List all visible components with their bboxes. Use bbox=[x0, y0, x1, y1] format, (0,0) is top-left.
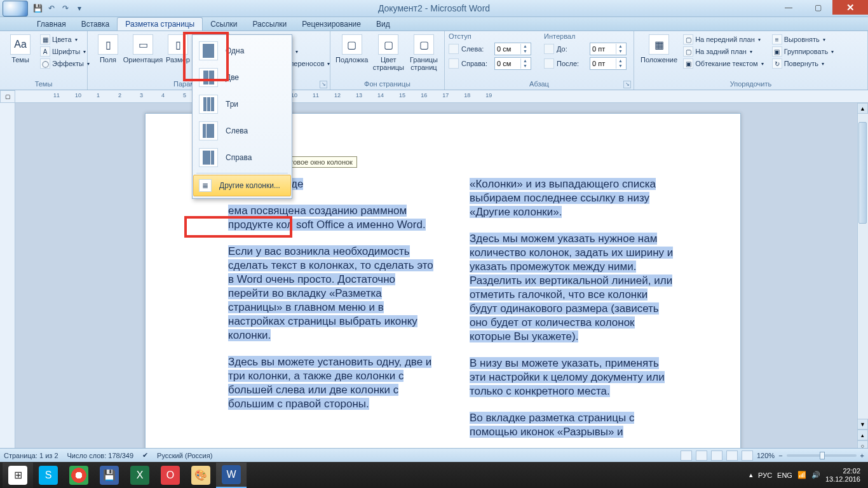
tray-volume-icon[interactable]: 🔊 bbox=[811, 471, 820, 479]
indent-right-icon bbox=[449, 58, 459, 69]
view-draft[interactable] bbox=[742, 451, 753, 461]
tab-home[interactable]: Главная bbox=[29, 18, 74, 30]
close-button[interactable]: ✕ bbox=[832, 0, 868, 15]
minimize-button[interactable]: — bbox=[774, 0, 803, 15]
ruler-corner[interactable]: ▢ bbox=[0, 90, 15, 103]
palette-icon: ▦ bbox=[40, 34, 50, 44]
margins-button[interactable]: ▯Поля bbox=[92, 32, 125, 77]
zoom-out-button[interactable]: − bbox=[778, 452, 782, 459]
scroll-down-button[interactable]: ▼ bbox=[857, 419, 868, 430]
status-bar: Страница: 1 из 2 Число слов: 178/349 ✔ Р… bbox=[0, 448, 868, 462]
view-outline[interactable] bbox=[726, 451, 738, 461]
paragraph-launcher[interactable]: ↘ bbox=[623, 81, 631, 88]
rotate-button[interactable]: ↻Повернуть▾ bbox=[771, 58, 836, 69]
taskbar-opera[interactable]: O bbox=[155, 463, 186, 488]
page-color-button[interactable]: ▢Цвет страницы bbox=[371, 32, 405, 77]
zoom-value[interactable]: 120% bbox=[757, 452, 775, 459]
taskbar-word[interactable]: W bbox=[216, 463, 247, 488]
columns-two[interactable]: Две bbox=[194, 64, 290, 91]
tab-references[interactable]: Ссылки bbox=[203, 18, 245, 30]
orientation-button[interactable]: ▭Ориентация bbox=[126, 32, 159, 77]
horizontal-ruler[interactable]: 111012345678910111213141516171819 bbox=[15, 90, 868, 103]
bring-front-icon: ▢ bbox=[683, 34, 693, 44]
tray-keyboard[interactable]: ENG bbox=[777, 471, 792, 479]
tray-clock[interactable]: 22:02 13.12.2016 bbox=[825, 467, 860, 484]
align-button[interactable]: ≡Выровнять▾ bbox=[771, 34, 836, 45]
group-arrange: ▦Положение ▢На передний план▾ ▢На задний… bbox=[634, 31, 868, 90]
status-language[interactable]: Русский (Россия) bbox=[157, 452, 212, 459]
three-columns-icon bbox=[199, 95, 218, 114]
undo-icon[interactable]: ↶ bbox=[46, 3, 57, 14]
document-column-1: олбцы в Ворде ема посвящена созданию рам… bbox=[228, 177, 435, 452]
spacing-after-input[interactable]: ▲▼ bbox=[590, 57, 627, 70]
tab-review[interactable]: Рецензирование bbox=[294, 18, 369, 30]
theme-effects-button[interactable]: ◯Эффекты▾ bbox=[39, 58, 91, 69]
status-page[interactable]: Страница: 1 из 2 bbox=[4, 452, 58, 459]
maximize-button[interactable]: ▢ bbox=[803, 0, 832, 15]
taskbar-chrome[interactable]: ● bbox=[64, 463, 94, 488]
spacing-before-input[interactable]: ▲▼ bbox=[590, 43, 627, 55]
themes-button[interactable]: Aa Темы bbox=[4, 32, 37, 77]
send-back-button[interactable]: ▢На задний план▾ bbox=[682, 46, 765, 57]
page-setup-launcher[interactable]: ↘ bbox=[320, 81, 327, 88]
titlebar: 💾 ↶ ↷ ▾ Документ2 - Microsoft Word — ▢ ✕ bbox=[0, 0, 868, 17]
bring-front-button[interactable]: ▢На передний план▾ bbox=[682, 34, 765, 45]
tab-mailings[interactable]: Рассылки bbox=[245, 18, 294, 30]
ribbon-tabs: Главная Вставка Разметка страницы Ссылки… bbox=[0, 17, 868, 31]
columns-more[interactable]: ≣Другие колонки... bbox=[193, 175, 291, 196]
zoom-thumb[interactable] bbox=[820, 452, 825, 459]
theme-fonts-button[interactable]: AШрифты▾ bbox=[39, 46, 91, 57]
taskbar-paint[interactable]: 🎨 bbox=[186, 463, 216, 488]
scroll-up-button[interactable]: ▲ bbox=[857, 103, 868, 114]
watermark-button[interactable]: ▢Подложка bbox=[334, 32, 369, 77]
view-full-screen[interactable] bbox=[696, 451, 707, 461]
indent-left-icon bbox=[449, 44, 459, 54]
indent-right-input[interactable]: ▲▼ bbox=[494, 57, 531, 70]
qat-more-icon[interactable]: ▾ bbox=[74, 3, 85, 14]
office-button[interactable] bbox=[3, 1, 28, 17]
zoom-in-button[interactable]: + bbox=[860, 452, 864, 459]
wrap-text-button[interactable]: ▣Обтекание текстом▾ bbox=[682, 58, 765, 69]
theme-colors-button[interactable]: ▦Цвета▾ bbox=[39, 34, 91, 45]
indent-right-row: Справа:▲▼ bbox=[449, 57, 531, 71]
save-icon[interactable]: 💾 bbox=[32, 3, 43, 14]
scroll-thumb[interactable] bbox=[858, 122, 867, 224]
tab-page-layout[interactable]: Разметка страницы bbox=[117, 17, 203, 30]
redo-icon[interactable]: ↷ bbox=[60, 3, 71, 14]
columns-three[interactable]: Три bbox=[194, 91, 290, 118]
tab-insert[interactable]: Вставка bbox=[74, 18, 118, 30]
columns-right[interactable]: Справа bbox=[194, 144, 290, 171]
group-paragraph: Отступ Слева:▲▼ Справа:▲▼ Интервал До:▲▼… bbox=[445, 31, 634, 90]
start-button[interactable]: ⊞ bbox=[3, 463, 33, 488]
taskbar-skype[interactable]: S bbox=[33, 463, 64, 488]
prev-page-button[interactable]: ▴ bbox=[857, 430, 868, 440]
themes-label: Темы bbox=[11, 56, 29, 64]
window-controls: — ▢ ✕ bbox=[774, 0, 868, 15]
group-obj-button[interactable]: ▣Группировать▾ bbox=[771, 46, 836, 57]
tray-lang[interactable]: РУС bbox=[758, 471, 772, 479]
view-print-layout[interactable] bbox=[681, 451, 692, 461]
taskbar-save[interactable]: 💾 bbox=[94, 463, 125, 488]
indent-left-input[interactable]: ▲▼ bbox=[494, 43, 531, 55]
taskbar-excel[interactable]: X bbox=[125, 463, 155, 488]
zoom-slider[interactable] bbox=[787, 454, 857, 457]
status-words[interactable]: Число слов: 178/349 bbox=[67, 452, 134, 459]
position-button[interactable]: ▦Положение bbox=[638, 32, 680, 77]
size-button[interactable]: ▯Размер bbox=[161, 32, 194, 77]
tab-view[interactable]: Вид bbox=[369, 18, 398, 30]
watermark-icon: ▢ bbox=[342, 34, 362, 55]
columns-one[interactable]: Одна bbox=[194, 37, 290, 64]
tray-show-hidden-icon[interactable]: ▴ bbox=[749, 471, 753, 479]
tray-network-icon[interactable]: 📶 bbox=[797, 471, 806, 479]
left-column-icon bbox=[199, 121, 218, 140]
status-proofing-icon[interactable]: ✔ bbox=[142, 451, 148, 459]
document-scroll[interactable]: олбцы в Ворде ема посвящена созданию рам… bbox=[15, 103, 868, 462]
vertical-scrollbar[interactable]: ▲ ▼ ▴ ○ ▾ bbox=[857, 103, 868, 462]
page-borders-button[interactable]: ▢Границы страниц bbox=[407, 32, 440, 77]
vertical-ruler[interactable] bbox=[0, 103, 15, 462]
spacing-title: Интервал bbox=[544, 32, 627, 40]
group-page-background-label: Фон страницы bbox=[334, 79, 440, 90]
group-arrange-label: Упорядочить bbox=[638, 79, 864, 90]
view-web-layout[interactable] bbox=[711, 451, 722, 461]
columns-left[interactable]: Слева bbox=[194, 118, 290, 144]
